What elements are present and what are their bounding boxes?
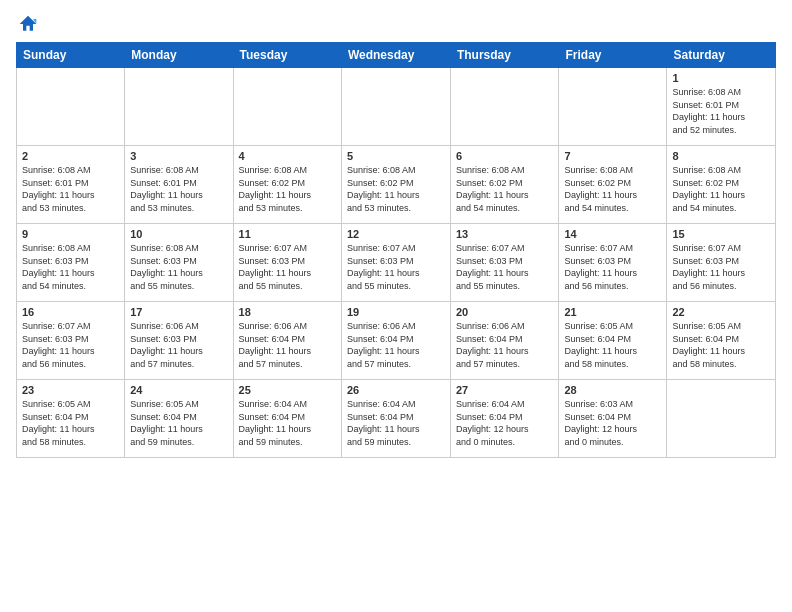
- day-number: 12: [347, 228, 445, 240]
- day-info: Sunrise: 6:04 AMSunset: 6:04 PMDaylight:…: [456, 398, 554, 448]
- day-number: 28: [564, 384, 661, 396]
- day-number: 4: [239, 150, 336, 162]
- calendar-header-monday: Monday: [125, 43, 233, 68]
- day-info: Sunrise: 6:08 AMSunset: 6:02 PMDaylight:…: [672, 164, 770, 214]
- calendar-cell: 11Sunrise: 6:07 AMSunset: 6:03 PMDayligh…: [233, 224, 341, 302]
- day-number: 6: [456, 150, 554, 162]
- day-info: Sunrise: 6:06 AMSunset: 6:03 PMDaylight:…: [130, 320, 227, 370]
- calendar-cell: [17, 68, 125, 146]
- day-info: Sunrise: 6:07 AMSunset: 6:03 PMDaylight:…: [672, 242, 770, 292]
- day-info: Sunrise: 6:08 AMSunset: 6:03 PMDaylight:…: [130, 242, 227, 292]
- calendar-cell: [450, 68, 559, 146]
- day-number: 27: [456, 384, 554, 396]
- calendar-header-wednesday: Wednesday: [341, 43, 450, 68]
- day-info: Sunrise: 6:07 AMSunset: 6:03 PMDaylight:…: [456, 242, 554, 292]
- day-number: 11: [239, 228, 336, 240]
- calendar-cell: 24Sunrise: 6:05 AMSunset: 6:04 PMDayligh…: [125, 380, 233, 458]
- header: [16, 16, 776, 34]
- calendar-cell: 28Sunrise: 6:03 AMSunset: 6:04 PMDayligh…: [559, 380, 667, 458]
- day-info: Sunrise: 6:08 AMSunset: 6:03 PMDaylight:…: [22, 242, 119, 292]
- day-info: Sunrise: 6:05 AMSunset: 6:04 PMDaylight:…: [22, 398, 119, 448]
- day-number: 18: [239, 306, 336, 318]
- day-info: Sunrise: 6:05 AMSunset: 6:04 PMDaylight:…: [130, 398, 227, 448]
- day-info: Sunrise: 6:06 AMSunset: 6:04 PMDaylight:…: [456, 320, 554, 370]
- calendar-week-row: 16Sunrise: 6:07 AMSunset: 6:03 PMDayligh…: [17, 302, 776, 380]
- day-info: Sunrise: 6:07 AMSunset: 6:03 PMDaylight:…: [239, 242, 336, 292]
- calendar-week-row: 9Sunrise: 6:08 AMSunset: 6:03 PMDaylight…: [17, 224, 776, 302]
- day-number: 3: [130, 150, 227, 162]
- calendar-cell: 23Sunrise: 6:05 AMSunset: 6:04 PMDayligh…: [17, 380, 125, 458]
- calendar-cell: 5Sunrise: 6:08 AMSunset: 6:02 PMDaylight…: [341, 146, 450, 224]
- calendar-cell: 4Sunrise: 6:08 AMSunset: 6:02 PMDaylight…: [233, 146, 341, 224]
- day-info: Sunrise: 6:08 AMSunset: 6:02 PMDaylight:…: [564, 164, 661, 214]
- day-info: Sunrise: 6:04 AMSunset: 6:04 PMDaylight:…: [347, 398, 445, 448]
- day-info: Sunrise: 6:08 AMSunset: 6:01 PMDaylight:…: [672, 86, 770, 136]
- day-info: Sunrise: 6:06 AMSunset: 6:04 PMDaylight:…: [239, 320, 336, 370]
- day-number: 20: [456, 306, 554, 318]
- day-number: 17: [130, 306, 227, 318]
- day-number: 23: [22, 384, 119, 396]
- day-number: 25: [239, 384, 336, 396]
- calendar-cell: 27Sunrise: 6:04 AMSunset: 6:04 PMDayligh…: [450, 380, 559, 458]
- calendar-cell: 2Sunrise: 6:08 AMSunset: 6:01 PMDaylight…: [17, 146, 125, 224]
- day-number: 1: [672, 72, 770, 84]
- calendar-header-tuesday: Tuesday: [233, 43, 341, 68]
- day-info: Sunrise: 6:08 AMSunset: 6:02 PMDaylight:…: [347, 164, 445, 214]
- calendar-header-friday: Friday: [559, 43, 667, 68]
- day-number: 22: [672, 306, 770, 318]
- day-number: 5: [347, 150, 445, 162]
- calendar-cell: 12Sunrise: 6:07 AMSunset: 6:03 PMDayligh…: [341, 224, 450, 302]
- calendar-cell: 21Sunrise: 6:05 AMSunset: 6:04 PMDayligh…: [559, 302, 667, 380]
- day-number: 16: [22, 306, 119, 318]
- calendar-cell: 19Sunrise: 6:06 AMSunset: 6:04 PMDayligh…: [341, 302, 450, 380]
- calendar-cell: 18Sunrise: 6:06 AMSunset: 6:04 PMDayligh…: [233, 302, 341, 380]
- day-info: Sunrise: 6:04 AMSunset: 6:04 PMDaylight:…: [239, 398, 336, 448]
- page: SundayMondayTuesdayWednesdayThursdayFrid…: [0, 0, 792, 612]
- day-info: Sunrise: 6:08 AMSunset: 6:02 PMDaylight:…: [456, 164, 554, 214]
- day-number: 24: [130, 384, 227, 396]
- day-number: 14: [564, 228, 661, 240]
- calendar-cell: 22Sunrise: 6:05 AMSunset: 6:04 PMDayligh…: [667, 302, 776, 380]
- calendar-cell: 14Sunrise: 6:07 AMSunset: 6:03 PMDayligh…: [559, 224, 667, 302]
- calendar-week-row: 2Sunrise: 6:08 AMSunset: 6:01 PMDaylight…: [17, 146, 776, 224]
- calendar-cell: 10Sunrise: 6:08 AMSunset: 6:03 PMDayligh…: [125, 224, 233, 302]
- day-info: Sunrise: 6:07 AMSunset: 6:03 PMDaylight:…: [347, 242, 445, 292]
- day-number: 26: [347, 384, 445, 396]
- calendar-cell: 1Sunrise: 6:08 AMSunset: 6:01 PMDaylight…: [667, 68, 776, 146]
- calendar-cell: [559, 68, 667, 146]
- calendar-cell: 8Sunrise: 6:08 AMSunset: 6:02 PMDaylight…: [667, 146, 776, 224]
- calendar-cell: [667, 380, 776, 458]
- day-info: Sunrise: 6:05 AMSunset: 6:04 PMDaylight:…: [672, 320, 770, 370]
- day-number: 21: [564, 306, 661, 318]
- calendar-cell: 13Sunrise: 6:07 AMSunset: 6:03 PMDayligh…: [450, 224, 559, 302]
- day-number: 15: [672, 228, 770, 240]
- calendar-header-thursday: Thursday: [450, 43, 559, 68]
- calendar-cell: 15Sunrise: 6:07 AMSunset: 6:03 PMDayligh…: [667, 224, 776, 302]
- day-info: Sunrise: 6:07 AMSunset: 6:03 PMDaylight:…: [22, 320, 119, 370]
- calendar-cell: 9Sunrise: 6:08 AMSunset: 6:03 PMDaylight…: [17, 224, 125, 302]
- calendar-header-sunday: Sunday: [17, 43, 125, 68]
- calendar-cell: 26Sunrise: 6:04 AMSunset: 6:04 PMDayligh…: [341, 380, 450, 458]
- day-number: 2: [22, 150, 119, 162]
- logo-icon: [18, 14, 38, 34]
- calendar-header-saturday: Saturday: [667, 43, 776, 68]
- calendar-week-row: 1Sunrise: 6:08 AMSunset: 6:01 PMDaylight…: [17, 68, 776, 146]
- calendar-cell: [125, 68, 233, 146]
- day-number: 7: [564, 150, 661, 162]
- day-number: 10: [130, 228, 227, 240]
- day-info: Sunrise: 6:08 AMSunset: 6:01 PMDaylight:…: [130, 164, 227, 214]
- logo: [16, 16, 38, 34]
- calendar-header-row: SundayMondayTuesdayWednesdayThursdayFrid…: [17, 43, 776, 68]
- day-number: 8: [672, 150, 770, 162]
- calendar-cell: 16Sunrise: 6:07 AMSunset: 6:03 PMDayligh…: [17, 302, 125, 380]
- calendar-cell: 20Sunrise: 6:06 AMSunset: 6:04 PMDayligh…: [450, 302, 559, 380]
- day-info: Sunrise: 6:03 AMSunset: 6:04 PMDaylight:…: [564, 398, 661, 448]
- day-number: 13: [456, 228, 554, 240]
- calendar-cell: 7Sunrise: 6:08 AMSunset: 6:02 PMDaylight…: [559, 146, 667, 224]
- calendar-cell: [341, 68, 450, 146]
- calendar-table: SundayMondayTuesdayWednesdayThursdayFrid…: [16, 42, 776, 458]
- calendar-cell: 25Sunrise: 6:04 AMSunset: 6:04 PMDayligh…: [233, 380, 341, 458]
- calendar-cell: [233, 68, 341, 146]
- day-info: Sunrise: 6:08 AMSunset: 6:02 PMDaylight:…: [239, 164, 336, 214]
- day-number: 19: [347, 306, 445, 318]
